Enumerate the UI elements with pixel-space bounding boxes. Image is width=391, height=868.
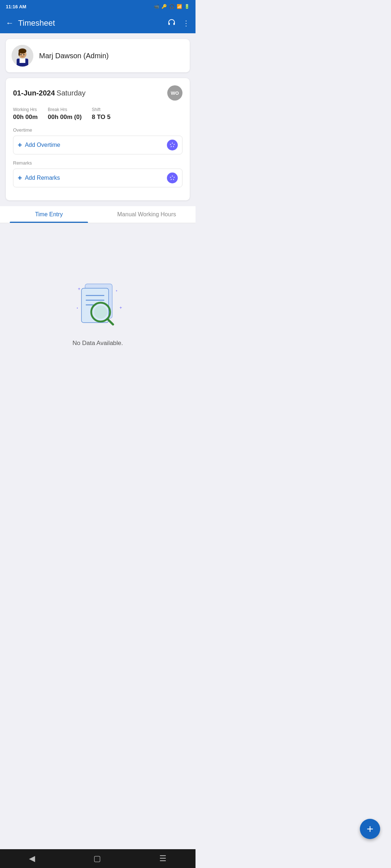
remarks-star-icon — [167, 173, 178, 183]
shift-label: Shift — [92, 107, 111, 112]
date-header: 01-Jun-2024 Saturday WO — [13, 85, 182, 101]
svg-text:*: * — [116, 290, 117, 294]
svg-point-11 — [171, 176, 174, 179]
status-time: 11:16 AM — [6, 4, 26, 9]
working-hrs-col: Working Hrs 00h 00m — [13, 107, 38, 121]
tabs-container: Time Entry Manual Working Hours — [0, 206, 196, 223]
bluetooth-icon: 🎧 — [169, 4, 175, 9]
toolbar: ← Timesheet ⋮ — [0, 13, 196, 33]
shift-col: Shift 8 TO 5 — [92, 107, 111, 121]
day-value: Saturday — [56, 89, 85, 97]
add-remarks-text: Add Remarks — [25, 175, 60, 181]
toolbar-actions: ⋮ — [167, 18, 190, 29]
hours-row: Working Hrs 00h 00m Break Hrs 00h 00m (0… — [13, 107, 182, 121]
shift-value: 8 TO 5 — [92, 114, 111, 121]
camera-icon: 📹 — [154, 4, 159, 9]
date-value: 01-Jun-2024 — [13, 89, 55, 97]
more-options-icon[interactable]: ⋮ — [182, 19, 190, 27]
add-overtime-button[interactable]: + Add Overtime — [13, 136, 182, 154]
plus-icon: + — [18, 141, 22, 149]
user-name: Marj Dawson (Admin) — [39, 52, 109, 60]
working-hrs-value: 00h 00m — [13, 114, 38, 121]
overtime-label: Overtime — [13, 127, 182, 133]
break-hrs-value: 00h 00m (0) — [48, 114, 82, 121]
svg-rect-2 — [20, 59, 25, 63]
page-title: Timesheet — [18, 18, 167, 28]
status-icons: 📹 🔑 🎧 📶 🔋 — [154, 4, 190, 9]
tab-manual-hours[interactable]: Manual Working Hours — [98, 206, 196, 223]
headset-icon[interactable] — [167, 18, 176, 29]
add-remarks-button[interactable]: + Add Remarks — [13, 169, 182, 187]
remarks-plus-icon: + — [18, 174, 22, 182]
svg-text:+: + — [119, 305, 122, 310]
time-entry-content: + * • + No Data Available. — [0, 223, 196, 404]
svg-point-21 — [94, 306, 107, 319]
svg-text:•: • — [77, 306, 78, 310]
break-hrs-label: Break Hrs — [48, 107, 82, 112]
add-overtime-text: Add Overtime — [25, 142, 60, 148]
avatar — [12, 45, 33, 67]
svg-point-6 — [21, 54, 22, 55]
svg-rect-5 — [18, 52, 20, 56]
remarks-label: Remarks — [13, 160, 182, 166]
date-card: 01-Jun-2024 Saturday WO Working Hrs 00h … — [6, 78, 190, 200]
working-hrs-label: Working Hrs — [13, 107, 38, 112]
tab-time-entry[interactable]: Time Entry — [0, 206, 98, 223]
svg-text:+: + — [78, 286, 80, 292]
wifi-icon: 📶 — [177, 4, 182, 9]
back-button[interactable]: ← — [6, 18, 14, 28]
break-hrs-col: Break Hrs 00h 00m (0) — [48, 107, 82, 121]
svg-point-7 — [24, 54, 25, 55]
date-info: 01-Jun-2024 Saturday — [13, 89, 85, 97]
status-bar: 11:16 AM 📹 🔑 🎧 📶 🔋 — [0, 0, 196, 13]
empty-illustration: + * • + — [69, 280, 127, 332]
add-remarks-left: + Add Remarks — [18, 174, 60, 182]
svg-point-9 — [171, 144, 174, 146]
add-overtime-left: + Add Overtime — [18, 141, 60, 149]
user-card: Marj Dawson (Admin) — [6, 39, 190, 72]
overtime-star-icon — [167, 140, 178, 150]
no-data-text: No Data Available. — [72, 340, 123, 347]
wo-badge: WO — [167, 85, 182, 101]
key-icon: 🔑 — [161, 4, 167, 9]
battery-icon: 🔋 — [184, 4, 190, 9]
